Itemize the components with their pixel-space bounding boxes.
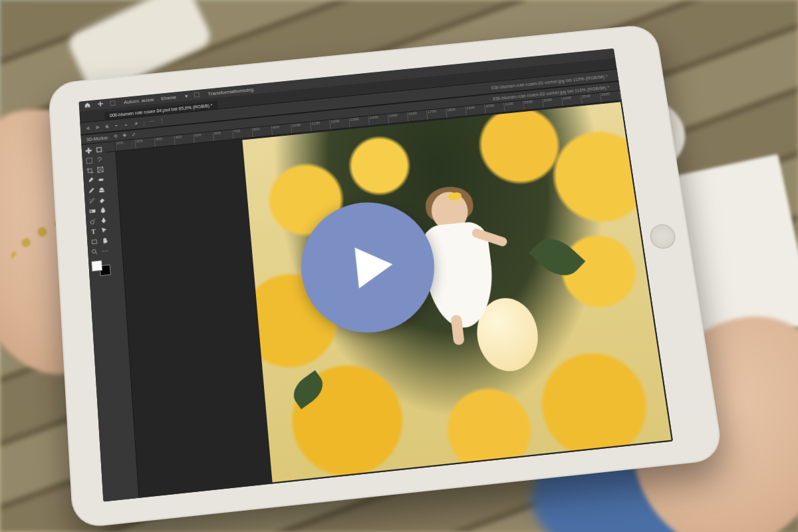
svg-rect-0 xyxy=(96,147,101,152)
gradient-tool[interactable] xyxy=(86,205,98,217)
tablet-device: Autom. ausw. Ebene ▾ Transformationsstrg… xyxy=(48,23,724,529)
3d-zoom-icon[interactable]: ⤢ xyxy=(132,132,136,137)
rectangle-tool[interactable] xyxy=(88,236,100,247)
marquee-tool[interactable] xyxy=(83,155,94,166)
ruler-mark: 800 xyxy=(251,126,272,137)
ruler-mark: 2300 xyxy=(542,96,563,108)
svg-marker-9 xyxy=(354,244,394,289)
svg-rect-3 xyxy=(98,178,103,180)
zoom-tool[interactable] xyxy=(89,246,100,257)
dodge-tool[interactable] xyxy=(87,215,98,227)
3d-orbit-icon[interactable]: ⟲ xyxy=(114,134,118,139)
crop-tool[interactable] xyxy=(84,165,95,176)
ruler-mark: 1100 xyxy=(310,120,331,131)
layer-dropdown[interactable]: Ebene xyxy=(161,94,176,102)
ruler-mark: 1800 xyxy=(446,106,466,118)
ruler-mark: 2100 xyxy=(503,100,524,112)
color-swatch[interactable] xyxy=(91,259,110,277)
spot-heal-tool[interactable] xyxy=(95,174,106,186)
leaf-decor xyxy=(287,370,329,409)
align-top-icon[interactable]: ⫟ xyxy=(114,123,119,128)
distribute-h-icon[interactable]: ⋯ xyxy=(150,119,154,124)
ruler-mark: 2000 xyxy=(484,102,505,114)
hand-tool[interactable] xyxy=(99,235,110,246)
3d-pan-icon[interactable]: ✥ xyxy=(123,133,127,138)
ruler-mark: 400 xyxy=(174,134,194,145)
brush-tool[interactable] xyxy=(85,185,96,196)
ruler-mark: 1600 xyxy=(407,110,428,122)
ruler-mark: 1400 xyxy=(368,114,389,126)
lasso-tool[interactable] xyxy=(94,154,105,165)
tablet-screen: Autom. ausw. Ebene ▾ Transformationsstrg… xyxy=(78,49,673,502)
ruler-mark: 900 xyxy=(271,124,292,135)
frame-tool[interactable] xyxy=(94,164,106,175)
move-cursor-icon[interactable] xyxy=(97,100,104,108)
ruler-mark: 1900 xyxy=(465,104,485,116)
svg-rect-1 xyxy=(86,158,92,164)
svg-rect-5 xyxy=(89,209,92,212)
ruler-mark: 1700 xyxy=(426,108,447,120)
ruler-mark: 500 xyxy=(194,132,213,143)
pen-tool[interactable] xyxy=(98,214,109,225)
ruler-mark: 2600 xyxy=(600,91,620,102)
path-select-tool[interactable] xyxy=(98,225,110,236)
history-brush-tool[interactable] xyxy=(86,195,97,206)
align-bottom-icon[interactable]: ⫡ xyxy=(134,121,138,126)
align-center-v-icon[interactable]: ⫠ xyxy=(124,122,128,126)
eraser-tool[interactable] xyxy=(96,194,108,205)
blur-tool[interactable] xyxy=(97,204,108,215)
ruler-mark: 1300 xyxy=(348,116,369,128)
ruler-mark: 700 xyxy=(232,128,252,139)
artboard-tool[interactable] xyxy=(93,144,104,155)
clone-stamp-tool[interactable] xyxy=(96,184,107,196)
edit-toolbar[interactable]: ⋯ xyxy=(100,245,111,257)
leaf-decor xyxy=(529,230,585,285)
svg-rect-7 xyxy=(92,239,96,243)
align-right-icon[interactable]: ⫹ xyxy=(105,124,109,129)
ruler-mark: 2400 xyxy=(561,95,582,106)
ruler-mark: 2500 xyxy=(581,93,601,104)
svg-point-6 xyxy=(90,220,94,224)
move-tool[interactable] xyxy=(82,145,94,156)
transform-checkbox[interactable] xyxy=(194,92,200,98)
eyedropper-tool[interactable] xyxy=(84,175,96,186)
ruler-mark: 1000 xyxy=(291,122,311,133)
foreground-color[interactable] xyxy=(91,260,102,271)
auto-select-checkbox[interactable] xyxy=(110,100,115,106)
ruler-mark: 1200 xyxy=(329,118,350,130)
distribute-v-icon[interactable]: ⋮ xyxy=(160,118,164,123)
ruler-mark: 200 xyxy=(135,138,155,149)
play-icon xyxy=(339,234,405,299)
ruler-mark: 300 xyxy=(154,136,174,147)
ruler-mark: 100 xyxy=(115,140,135,151)
ruler-mark: 2200 xyxy=(523,98,543,110)
ruler-mark: 600 xyxy=(213,130,233,141)
ruler-corner xyxy=(105,142,116,153)
align-left-icon[interactable]: ⫷ xyxy=(86,126,90,130)
align-center-h-icon[interactable]: ⫸ xyxy=(95,124,100,129)
auto-select-label: Autom. ausw. xyxy=(124,96,155,105)
type-tool[interactable]: T xyxy=(88,225,99,237)
home-icon[interactable] xyxy=(84,102,90,110)
ruler-mark: 1500 xyxy=(388,112,408,124)
3d-mode-label: 3D-Modus: xyxy=(86,135,109,142)
